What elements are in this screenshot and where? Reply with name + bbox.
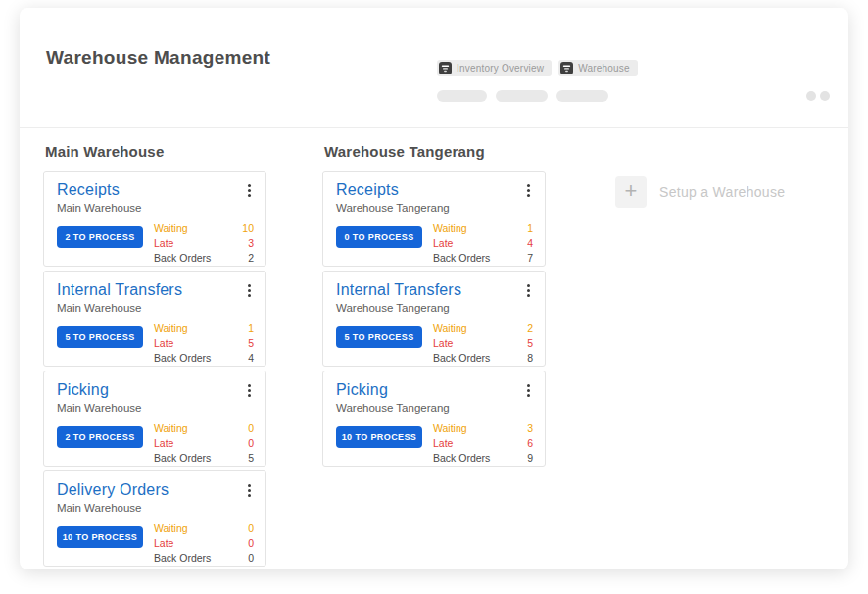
stat-row-waiting: Waiting10 xyxy=(154,222,254,236)
stat-label: Waiting xyxy=(154,421,188,436)
stat-value: 0 xyxy=(248,421,254,436)
card-title[interactable]: Picking xyxy=(57,380,254,400)
kebab-menu-icon[interactable] xyxy=(242,381,256,399)
to-process-button[interactable]: 5 TO PROCESS xyxy=(336,326,422,348)
card-subtitle: Warehouse Tangerang xyxy=(336,201,533,216)
stat-value: 0 xyxy=(248,551,254,566)
stat-value: 0 xyxy=(248,436,254,451)
skeleton-pill xyxy=(496,90,548,102)
setup-warehouse-label: Setup a Warehouse xyxy=(659,184,785,200)
stat-value: 8 xyxy=(527,351,533,366)
stat-value: 6 xyxy=(527,436,533,451)
card-title[interactable]: Picking xyxy=(336,380,533,400)
card-stats: Waiting1Late4Back Orders7 xyxy=(433,222,533,266)
card-subtitle: Warehouse Tangerang xyxy=(336,301,533,316)
to-process-button[interactable]: 10 TO PROCESS xyxy=(336,426,422,448)
stat-value: 1 xyxy=(527,222,533,236)
stat-value: 5 xyxy=(527,336,533,351)
stat-row-neutral: Back Orders4 xyxy=(154,351,254,366)
stat-value: 4 xyxy=(248,351,254,366)
stat-value: 9 xyxy=(527,451,533,466)
card-stats: Waiting2Late5Back Orders8 xyxy=(433,322,533,366)
kebab-menu-icon[interactable] xyxy=(242,281,256,299)
stat-value: 0 xyxy=(248,536,254,551)
card-stats: Waiting3Late6Back Orders9 xyxy=(433,421,533,466)
stat-row-neutral: Back Orders0 xyxy=(154,551,254,566)
stat-label: Late xyxy=(433,336,453,351)
stat-label: Waiting xyxy=(433,322,467,336)
stat-value: 5 xyxy=(248,451,254,466)
skeleton-pill xyxy=(437,90,487,102)
operation-card: Internal Transfers Warehouse Tangerang 5… xyxy=(322,271,546,367)
stat-row-neutral: Back Orders5 xyxy=(154,451,254,466)
breadcrumb-badge[interactable]: Inventory Overview xyxy=(437,60,552,76)
skeleton-dot xyxy=(820,91,830,101)
stat-label: Back Orders xyxy=(433,451,490,466)
card-title[interactable]: Receipts xyxy=(336,180,533,200)
card-stats: Waiting0Late0Back Orders5 xyxy=(154,421,254,466)
warehouse-management-page: Warehouse Management Inventory Overview … xyxy=(20,8,848,569)
stat-label: Back Orders xyxy=(154,251,211,266)
stat-value: 7 xyxy=(527,251,533,266)
card-subtitle: Main Warehouse xyxy=(57,501,254,516)
kebab-menu-icon[interactable] xyxy=(521,281,535,299)
stat-label: Late xyxy=(154,536,173,551)
skeleton-dot xyxy=(806,91,816,101)
card-subtitle: Main Warehouse xyxy=(57,401,254,416)
stat-row-late: Late6 xyxy=(433,436,533,451)
stat-row-late: Late5 xyxy=(433,336,533,351)
card-title[interactable]: Delivery Orders xyxy=(57,480,254,500)
kebab-menu-icon[interactable] xyxy=(242,481,256,499)
stat-row-late: Late0 xyxy=(154,436,254,451)
stat-value: 10 xyxy=(242,222,254,236)
card-title[interactable]: Internal Transfers xyxy=(57,280,254,300)
stat-row-neutral: Back Orders2 xyxy=(154,251,254,266)
kebab-menu-icon[interactable] xyxy=(242,181,256,199)
stat-row-late: Late3 xyxy=(154,236,254,251)
to-process-button[interactable]: 5 TO PROCESS xyxy=(57,326,143,348)
breadcrumb-label: Warehouse xyxy=(578,63,630,74)
stat-value: 3 xyxy=(248,236,254,251)
breadcrumb-badge[interactable]: Warehouse xyxy=(558,60,638,76)
stat-value: 5 xyxy=(248,336,254,351)
stat-row-late: Late0 xyxy=(154,536,254,551)
stat-value: 1 xyxy=(248,322,254,336)
stat-value: 2 xyxy=(248,251,254,266)
to-process-button[interactable]: 2 TO PROCESS xyxy=(57,226,143,248)
stat-row-waiting: Waiting3 xyxy=(433,421,533,436)
card-stats: Waiting0Late0Back Orders0 xyxy=(154,521,254,566)
to-process-button[interactable]: 2 TO PROCESS xyxy=(57,426,143,448)
kebab-menu-icon[interactable] xyxy=(521,381,535,399)
page-title: Warehouse Management xyxy=(46,47,270,69)
operation-card: Internal Transfers Main Warehouse 5 TO P… xyxy=(43,271,266,367)
stat-label: Back Orders xyxy=(433,251,490,266)
stat-label: Late xyxy=(154,336,173,351)
operation-card: Picking Warehouse Tangerang 10 TO PROCES… xyxy=(322,371,546,467)
stat-label: Back Orders xyxy=(154,551,211,566)
card-title[interactable]: Internal Transfers xyxy=(336,280,533,300)
kebab-menu-icon[interactable] xyxy=(521,181,535,199)
stat-value: 3 xyxy=(527,421,533,436)
card-subtitle: Main Warehouse xyxy=(57,301,254,316)
card-subtitle: Warehouse Tangerang xyxy=(336,401,533,416)
card-title[interactable]: Receipts xyxy=(57,180,254,200)
header-divider xyxy=(20,127,848,128)
warehouse-column-main: Main Warehouse Receipts Main Warehouse 2… xyxy=(43,143,266,569)
stat-row-neutral: Back Orders9 xyxy=(433,451,533,466)
skeleton-dots xyxy=(806,91,830,101)
filter-icon xyxy=(439,62,452,74)
stat-row-waiting: Waiting0 xyxy=(154,521,254,536)
to-process-button[interactable]: 10 TO PROCESS xyxy=(57,526,143,548)
stat-value: 0 xyxy=(248,521,254,536)
operation-card: Receipts Warehouse Tangerang 0 TO PROCES… xyxy=(322,171,546,267)
to-process-button[interactable]: 0 TO PROCESS xyxy=(336,226,422,248)
skeleton-loaders xyxy=(437,90,608,102)
plus-icon: + xyxy=(615,176,647,208)
card-subtitle: Main Warehouse xyxy=(57,201,254,216)
stat-label: Late xyxy=(433,436,453,451)
stat-row-waiting: Waiting0 xyxy=(154,421,254,436)
stat-label: Late xyxy=(154,436,173,451)
card-stats: Waiting1Late5Back Orders4 xyxy=(154,322,254,366)
setup-warehouse-button[interactable]: + Setup a Warehouse xyxy=(615,176,785,208)
breadcrumb: Inventory Overview Warehouse xyxy=(437,60,638,76)
